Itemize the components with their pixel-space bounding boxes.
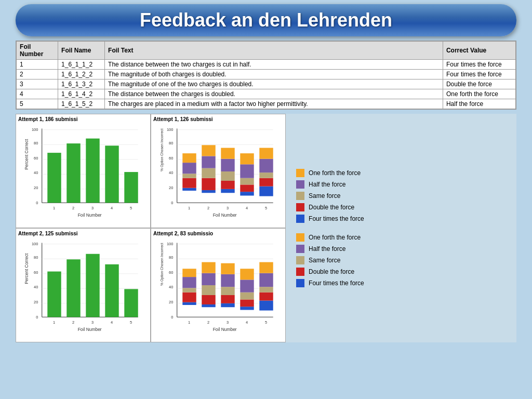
legend-item: One forth the force — [296, 233, 506, 242]
table-cell: 1_6_1_1_2 — [58, 60, 105, 70]
svg-rect-86 — [86, 254, 99, 317]
data-table: Foil Number Foil Name Foil Text Correct … — [16, 41, 516, 109]
svg-rect-124 — [240, 307, 254, 310]
chart4-title: Attempt 2, 83 submissio — [153, 231, 283, 236]
svg-rect-44 — [202, 190, 215, 193]
svg-rect-41 — [182, 174, 196, 178]
chart3-title: Attempt 2, 125 submissi — [18, 231, 148, 236]
svg-rect-130 — [259, 292, 273, 301]
legend-item: Double the force — [296, 268, 506, 276]
svg-text:100: 100 — [32, 127, 38, 132]
svg-rect-60 — [259, 178, 273, 187]
col-header-foil-name: Foil Name — [58, 42, 105, 60]
legend-color-box — [296, 169, 304, 177]
svg-text:20: 20 — [34, 300, 38, 304]
page-title: Feedback an den Lehrenden — [36, 9, 496, 31]
svg-rect-113 — [182, 269, 196, 277]
table-cell: Half the force — [443, 99, 515, 109]
svg-rect-112 — [182, 277, 196, 288]
svg-rect-40 — [182, 178, 196, 188]
svg-rect-116 — [202, 285, 215, 295]
svg-rect-52 — [221, 159, 234, 171]
svg-text:1: 1 — [188, 206, 190, 210]
svg-text:40: 40 — [34, 285, 38, 289]
svg-text:2: 2 — [207, 320, 209, 325]
legend-color-box — [296, 245, 304, 253]
svg-rect-49 — [221, 189, 234, 193]
svg-text:3: 3 — [91, 206, 94, 210]
svg-text:100: 100 — [167, 242, 173, 246]
svg-rect-115 — [202, 295, 215, 304]
svg-rect-46 — [202, 168, 215, 178]
legend-label: One forth the force — [309, 169, 361, 177]
svg-rect-62 — [259, 159, 273, 172]
legend-label: Double the force — [309, 204, 354, 211]
legend-item: Double the force — [296, 203, 506, 211]
svg-rect-17 — [105, 145, 118, 203]
table-cell: 2 — [17, 70, 58, 79]
legend-color-box — [296, 215, 304, 223]
col-header-foil-text: Foil Text — [105, 42, 443, 60]
legend-group-2: One forth the forceHalf the forceSame fo… — [296, 233, 506, 287]
svg-rect-110 — [182, 292, 196, 302]
chart1-title: Attempt 1, 186 submissi — [18, 116, 148, 122]
svg-rect-16 — [86, 139, 99, 203]
legend-label: Four times the force — [309, 215, 364, 222]
svg-rect-54 — [240, 192, 254, 195]
svg-rect-119 — [221, 303, 234, 307]
svg-rect-126 — [240, 292, 254, 300]
svg-text:0: 0 — [171, 201, 173, 205]
table-cell: 1_6_1_4_2 — [58, 89, 105, 99]
title-bar: Feedback an den Lehrenden — [16, 4, 516, 36]
svg-rect-88 — [124, 289, 138, 317]
svg-rect-48 — [202, 145, 215, 156]
svg-text:1: 1 — [53, 320, 55, 325]
legend-label: Half the force — [309, 181, 345, 188]
svg-rect-42 — [182, 163, 196, 174]
legend-label: Four times the force — [309, 280, 364, 287]
svg-text:40: 40 — [169, 170, 173, 175]
svg-rect-61 — [259, 172, 273, 178]
svg-rect-129 — [259, 301, 273, 311]
svg-rect-39 — [182, 188, 196, 191]
svg-rect-53 — [221, 148, 234, 159]
legend-label: Double the force — [309, 268, 354, 275]
svg-rect-128 — [240, 269, 254, 280]
svg-text:4: 4 — [111, 206, 113, 210]
svg-text:80: 80 — [34, 255, 38, 260]
svg-text:Foil Number: Foil Number — [213, 327, 237, 332]
svg-text:20: 20 — [169, 300, 173, 304]
col-header-foil-number: Foil Number — [17, 42, 58, 60]
svg-text:5: 5 — [265, 320, 267, 325]
svg-rect-14 — [47, 153, 61, 203]
svg-rect-122 — [221, 274, 234, 287]
svg-text:Percent Correct: Percent Correct — [24, 139, 29, 170]
svg-rect-125 — [240, 299, 254, 307]
chart-attempt1-incorrect: Attempt 1, 126 submissi % Option Chosen … — [151, 114, 286, 228]
svg-rect-127 — [240, 280, 254, 292]
svg-text:Foil Number: Foil Number — [78, 327, 102, 332]
table-cell: The magnitude of both charges is doubled… — [105, 70, 443, 79]
legend-color-box — [296, 180, 304, 189]
table-cell: Double the force — [443, 79, 515, 89]
svg-rect-55 — [240, 184, 254, 192]
svg-text:4: 4 — [111, 320, 113, 325]
svg-text:100: 100 — [32, 242, 38, 246]
legend-label: Same force — [309, 257, 340, 264]
svg-rect-111 — [182, 288, 196, 292]
svg-rect-84 — [47, 272, 61, 317]
svg-text:100: 100 — [167, 127, 173, 132]
legend-color-box — [296, 256, 304, 264]
svg-rect-131 — [259, 287, 273, 292]
svg-text:4: 4 — [246, 206, 248, 210]
svg-text:2: 2 — [207, 206, 209, 210]
svg-text:5: 5 — [130, 320, 132, 325]
svg-text:% Option Chosen Incorrect: % Option Chosen Incorrect — [160, 243, 164, 286]
svg-text:3: 3 — [227, 206, 229, 210]
svg-text:0: 0 — [36, 315, 38, 320]
svg-text:% Option Chosen Incorrect: % Option Chosen Incorrect — [160, 129, 164, 171]
charts-grid: Attempt 1, 186 submissi Percent Correct … — [16, 114, 286, 342]
svg-rect-123 — [221, 263, 234, 274]
svg-rect-43 — [182, 153, 196, 163]
table-cell: The distance between the charges is doub… — [105, 89, 443, 99]
